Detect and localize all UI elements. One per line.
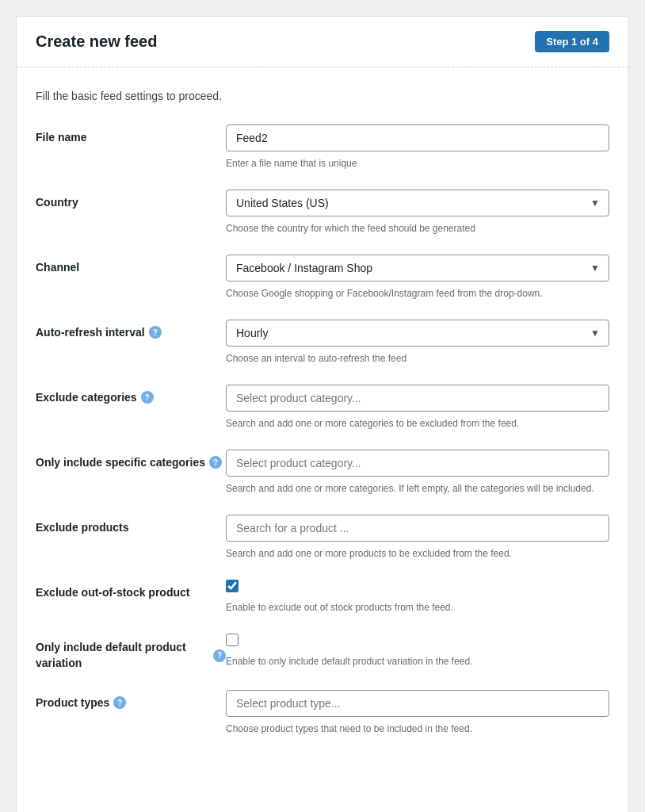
exclude-categories-label: Exclude categories ? <box>36 385 226 404</box>
channel-select[interactable]: Facebook / Instagram Shop Google Shoppin… <box>226 255 609 282</box>
include-categories-label: Only include specific categories ? <box>36 450 226 469</box>
auto-refresh-field: Hourly Daily Weekly ▼ Choose an interval… <box>226 320 609 366</box>
channel-field: Facebook / Instagram Shop Google Shoppin… <box>226 255 609 301</box>
exclude-categories-row: Exclude categories ? Search and add one … <box>36 385 609 431</box>
default-variation-help-icon[interactable]: ? <box>213 649 226 662</box>
exclude-products-field: Search and add one or more products to b… <box>226 515 609 561</box>
auto-refresh-select[interactable]: Hourly Daily Weekly <box>226 320 609 347</box>
include-categories-help-icon[interactable]: ? <box>209 456 222 469</box>
page-wrapper: Create new feed Step 1 of 4 Fill the bas… <box>16 16 629 812</box>
default-variation-checkbox[interactable] <box>226 634 239 646</box>
exclude-products-row: Exclude products Search and add one or m… <box>36 515 609 561</box>
exclude-oos-checkbox-wrapper <box>226 580 609 592</box>
default-variation-hint: Enable to only include default product v… <box>226 654 609 668</box>
auto-refresh-label: Auto-refresh interval ? <box>36 320 226 339</box>
default-variation-field: Enable to only include default product v… <box>226 634 609 668</box>
file-name-field: Enter a file name that is unique <box>226 124 609 170</box>
file-name-input[interactable] <box>226 124 609 151</box>
product-types-label: Product types ? <box>36 690 226 709</box>
page-title: Create new feed <box>36 33 157 51</box>
exclude-categories-hint: Search and add one or more categories to… <box>226 416 609 431</box>
file-name-label: File name <box>36 124 226 144</box>
country-hint: Choose the country for which the feed sh… <box>226 221 609 236</box>
exclude-products-input[interactable] <box>226 515 609 542</box>
product-types-input[interactable] <box>226 690 609 717</box>
country-label: Country <box>36 190 226 209</box>
include-categories-row: Only include specific categories ? Searc… <box>36 450 609 496</box>
country-row: Country United States (US) ▼ Choose the … <box>36 190 609 236</box>
country-select[interactable]: United States (US) <box>226 190 609 216</box>
file-name-hint: Enter a file name that is unique <box>226 156 609 170</box>
exclude-products-hint: Search and add one or more products to b… <box>226 546 609 561</box>
exclude-oos-checkbox[interactable] <box>226 580 239 592</box>
channel-label: Channel <box>36 255 226 274</box>
exclude-oos-hint: Enable to exclude out of stock products … <box>226 600 609 615</box>
include-categories-input[interactable] <box>226 450 609 477</box>
page-content: Fill the basic feed settings to proceed.… <box>17 67 628 812</box>
include-categories-field: Search and add one or more categories. I… <box>226 450 609 496</box>
form-subtitle: Fill the basic feed settings to proceed. <box>36 90 609 102</box>
exclude-categories-help-icon[interactable]: ? <box>141 391 154 404</box>
auto-refresh-row: Auto-refresh interval ? Hourly Daily Wee… <box>36 320 609 366</box>
include-categories-hint: Search and add one or more categories. I… <box>226 481 609 496</box>
country-select-wrapper: United States (US) ▼ <box>226 190 609 216</box>
exclude-categories-field: Search and add one or more categories to… <box>226 385 609 431</box>
exclude-products-label: Exclude products <box>36 515 226 534</box>
file-name-row: File name Enter a file name that is uniq… <box>36 124 609 170</box>
default-variation-row: Only include default product variation ?… <box>36 634 609 671</box>
channel-hint: Choose Google shopping or Facebook/Insta… <box>226 286 609 301</box>
default-variation-checkbox-wrapper <box>226 634 609 646</box>
channel-row: Channel Facebook / Instagram Shop Google… <box>36 255 609 301</box>
exclude-categories-input[interactable] <box>226 385 609 412</box>
default-variation-label: Only include default product variation ? <box>36 634 226 671</box>
auto-refresh-help-icon[interactable]: ? <box>149 326 162 339</box>
exclude-oos-field: Enable to exclude out of stock products … <box>226 580 609 615</box>
exclude-oos-label: Exclude out-of-stock product <box>36 580 226 599</box>
product-types-field: Choose product types that need to be inc… <box>226 690 609 736</box>
product-types-row: Product types ? Choose product types tha… <box>36 690 609 736</box>
auto-refresh-hint: Choose an interval to auto-refresh the f… <box>226 351 609 366</box>
step-badge: Step 1 of 4 <box>535 31 609 52</box>
country-field: United States (US) ▼ Choose the country … <box>226 190 609 236</box>
channel-select-wrapper: Facebook / Instagram Shop Google Shoppin… <box>226 255 609 282</box>
page-header: Create new feed Step 1 of 4 <box>17 17 628 67</box>
exclude-oos-row: Exclude out-of-stock product Enable to e… <box>36 580 609 615</box>
product-types-help-icon[interactable]: ? <box>113 696 126 709</box>
product-types-hint: Choose product types that need to be inc… <box>226 722 609 736</box>
auto-refresh-select-wrapper: Hourly Daily Weekly ▼ <box>226 320 609 347</box>
